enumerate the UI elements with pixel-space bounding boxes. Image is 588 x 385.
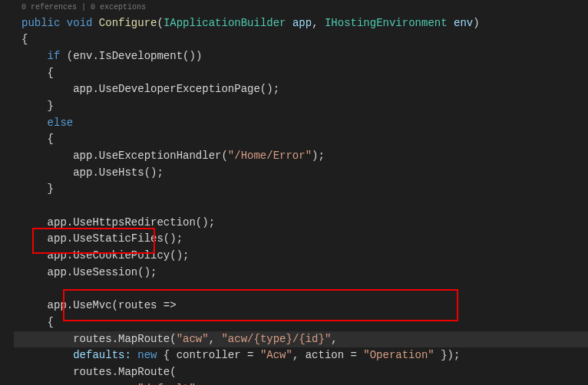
code-line[interactable]: app.UseStaticFiles(); [21,231,588,248]
code-line[interactable]: public void Configure(IApplicationBuilde… [21,15,588,32]
code-line[interactable]: { [21,131,588,148]
space [448,17,454,29]
close: ); [312,150,325,162]
space [60,17,66,29]
code-line[interactable]: app.UseMvc(routes => [21,298,588,314]
paren: ( [157,17,163,29]
stmt: app.UseHsts(); [73,166,164,179]
string-token: "Acw" [260,349,292,361]
brace: { [48,316,54,328]
stmt-usesession: app.UseSession(); [48,266,157,278]
anon: , action = [292,349,363,361]
string-token: "acw/{type}/{id}" [221,333,331,345]
paren: ) [196,50,202,62]
comma: , [196,383,202,385]
type-token: IApplicationBuilder [164,17,286,29]
code-line[interactable]: routes.MapRoute( [21,364,588,381]
code-line[interactable]: app.UseHsts(); [21,165,588,182]
anon: { controller = [157,349,259,361]
named-arg: defaults: [73,349,137,361]
brace: { [21,33,28,45]
keyword-void: void [67,17,93,29]
code-line[interactable]: app.UseDeveloperExceptionPage(); [21,81,588,98]
brace: { [48,67,54,79]
keyword-else: else [48,117,74,129]
code-editor[interactable]: public void Configure(IApplicationBuilde… [8,15,588,386]
named-arg: name: [99,383,137,385]
code-line[interactable] [21,281,588,298]
keyword-if: if [48,50,61,62]
string-token: "acw" [177,333,209,345]
space: ( [60,50,73,62]
space [92,17,98,29]
stmt: app.UseMvc(routes => [48,299,177,311]
code-line[interactable]: if (env.IsDevelopment()) [21,48,588,65]
code-line[interactable]: app.UseCookiePolicy(); [21,248,588,265]
comma: , [209,333,222,345]
stmt: app.UseDeveloperExceptionPage(); [73,83,279,95]
code-line[interactable]: name: "default", [21,381,588,385]
code-line-current[interactable]: routes.MapRoute("acw", "acw/{type}/{id}"… [14,331,588,348]
method-name: Configure [99,17,157,29]
string-token: "default" [137,383,196,385]
param-token: app [292,17,312,29]
stmt: routes.MapRoute( [73,333,176,345]
code-line[interactable]: { [21,31,588,48]
stmt: app.UseHttpsRedirection(); [48,216,215,229]
code-line[interactable]: app.UseExceptionHandler("/Home/Error"); [21,148,588,165]
codelens-hint: 0 references | 0 exceptions [8,2,588,14]
code-line[interactable]: defaults: new { controller = "Acw", acti… [21,347,588,364]
brace: } [48,183,54,195]
keyword-public: public [21,17,60,29]
brace: { [48,133,54,145]
string-token: "/Home/Error" [228,150,312,162]
comma: , [331,333,337,345]
paren: ) [473,17,479,29]
stmt: routes.MapRoute( [73,366,176,378]
code-line[interactable]: app.UseSession(); [21,265,588,281]
code-line[interactable]: { [21,65,588,82]
param-token: env [454,17,473,29]
space [286,17,292,29]
brace: } [48,100,54,112]
code-line[interactable]: } [21,181,588,198]
type-token: IHostingEnvironment [325,17,448,29]
stmt: app.UseExceptionHandler( [73,150,228,162]
comma: , [312,17,325,29]
anon: }); [434,349,461,361]
code-line[interactable] [21,198,588,215]
code-line[interactable]: app.UseHttpsRedirection(); [21,215,588,232]
code-line[interactable]: { [21,314,588,331]
code-line[interactable]: } [21,98,588,115]
expr: env.IsDevelopment() [73,50,196,62]
stmt: app.UseCookiePolicy(); [48,249,190,262]
stmt: app.UseStaticFiles(); [48,232,183,245]
code-line[interactable]: else [21,115,588,132]
string-token: "Operation" [363,349,434,361]
keyword-new: new [137,349,157,361]
